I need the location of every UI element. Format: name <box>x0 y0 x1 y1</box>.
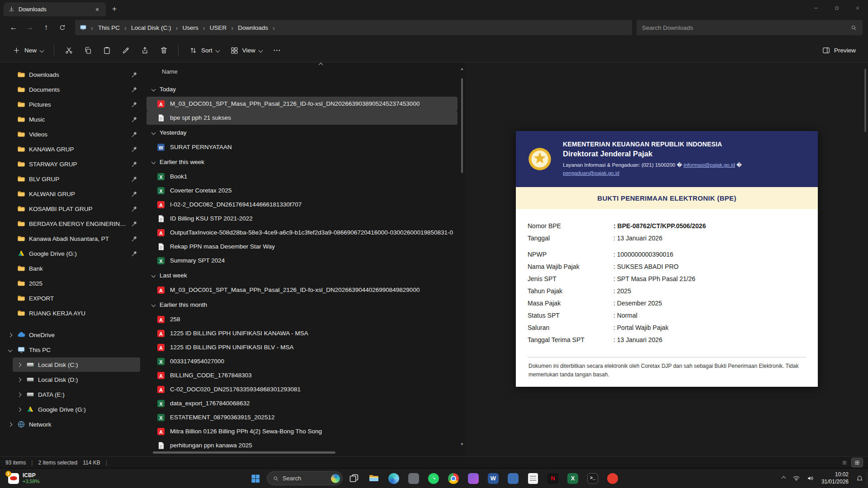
taskbar-app-whatsapp[interactable] <box>425 470 442 487</box>
chevron-right-icon[interactable] <box>17 407 21 412</box>
chevron-right-icon[interactable] <box>17 392 21 397</box>
sidebar-item-music[interactable]: Music <box>4 112 140 127</box>
scrollbar-thumb[interactable] <box>864 69 866 132</box>
file-row[interactable]: Xdata_export_1767840068632 <box>146 396 458 410</box>
chevron-right-icon[interactable] <box>8 422 12 427</box>
preview-scrollbar[interactable] <box>863 65 868 454</box>
hidden-icons-button[interactable] <box>781 471 786 486</box>
file-row[interactable]: XBook1 <box>146 169 458 183</box>
sidebar-item-kanawa-grup[interactable]: KANAWA GRUP <box>4 142 140 156</box>
sidebar-item-videos[interactable]: Videos <box>4 127 140 141</box>
taskbar-app-file-explorer[interactable] <box>365 470 382 487</box>
sidebar-item-kalwani-grup[interactable]: KALWANI GRUP <box>4 187 140 201</box>
sidebar-item-google-drive-g[interactable]: Google Drive (G:) <box>13 402 140 417</box>
new-button[interactable]: New <box>7 42 48 59</box>
network-button[interactable] <box>792 471 801 486</box>
file-row[interactable]: WSURAT PERNYATAAN <box>146 140 458 154</box>
sidebar-item-kanawa-abadi-nusantara-pt[interactable]: Kanawa Abadi Nusantara, PT <box>4 231 140 246</box>
breadcrumb-item-users[interactable]: Users <box>179 23 202 33</box>
view-button[interactable]: View <box>225 42 267 59</box>
copy-button[interactable] <box>79 42 97 59</box>
large-icons-view-icon[interactable] <box>852 458 863 467</box>
cut-button[interactable] <box>60 42 78 59</box>
file-group-header-earlier-this-month[interactable]: Earlier this month <box>146 297 458 312</box>
file-group-header-last-week[interactable]: Last week <box>146 267 458 283</box>
preview-toggle-button[interactable]: Preview <box>817 42 861 59</box>
chevron-right-icon[interactable] <box>17 377 21 382</box>
address-bar[interactable]: › This PC›Local Disk (C:)›Users›USER›Dow… <box>75 20 632 35</box>
taskbar-app-browser-red[interactable] <box>604 470 621 487</box>
file-row[interactable]: A258 <box>146 312 458 326</box>
file-group-header-yesterday[interactable]: Yesterday <box>146 125 458 140</box>
sidebar-item-downloads[interactable]: Downloads <box>4 67 140 82</box>
search-box[interactable] <box>637 20 863 35</box>
contact-email-link[interactable]: pengaduan@pajak.go.id <box>563 170 619 176</box>
taskbar-app-mail[interactable] <box>505 470 522 487</box>
chevron-down-icon[interactable] <box>8 347 12 352</box>
start-button[interactable] <box>247 470 264 487</box>
widgets-button[interactable]: 1 ICBP +3,58% <box>5 470 43 487</box>
close-button[interactable] <box>847 0 868 16</box>
file-row[interactable]: XCoverter Coretax 2025 <box>146 183 458 197</box>
breadcrumb-item-local-disk-c[interactable]: Local Disk (C:) <box>127 23 175 33</box>
sidebar-item-this-pc[interactable]: This PC <box>4 343 140 357</box>
sidebar-item-export[interactable]: EXPORT <box>4 291 140 305</box>
file-row[interactable]: AM_03_DOC001_SPT_Masa_PPh_Pasal_2126_ID-… <box>146 97 458 111</box>
forward-button[interactable]: → <box>22 20 38 35</box>
explorer-tab[interactable]: Downloads × <box>4 2 106 16</box>
scroll-down-icon[interactable]: ▼ <box>460 442 464 446</box>
search-input[interactable] <box>642 24 850 31</box>
paste-button[interactable] <box>98 42 116 59</box>
share-button[interactable] <box>136 42 154 59</box>
sidebar-item-ruang-kerja-ayu[interactable]: RUANG KERJA AYU <box>4 306 140 320</box>
sidebar-item-documents[interactable]: Documents <box>4 82 140 97</box>
taskbar-app-photos[interactable] <box>465 470 482 487</box>
more-options-button[interactable] <box>268 42 286 59</box>
file-row[interactable]: AC-02_DOC020_DN25176335934868301293081 <box>146 382 458 396</box>
sidebar-item-onedrive[interactable]: OneDrive <box>4 328 140 342</box>
taskbar-search[interactable]: Search <box>267 471 343 485</box>
rename-button[interactable] <box>117 42 135 59</box>
file-row[interactable]: perhitungan ppn kanawa 2025 <box>146 438 458 449</box>
contact-email-link[interactable]: informasi@pajak.go.id <box>684 162 735 168</box>
breadcrumb-item-downloads[interactable]: Downloads <box>234 23 272 33</box>
file-row[interactable]: AOutputTaxInvoice-508d28ba-58e3-4ce9-a6c… <box>146 225 458 239</box>
clock[interactable]: 10:02 31/01/2026 <box>821 471 849 486</box>
sidebar-item-berdaya-energy-enginering-bee-grup[interactable]: BERDAYA ENERGY ENGINERING (BEE) GRUP <box>4 216 140 231</box>
file-group-header-earlier-this-week[interactable]: Earlier this week <box>146 154 458 169</box>
taskbar-app-word[interactable]: W <box>485 470 502 487</box>
scrollbar-thumb[interactable] <box>461 78 463 173</box>
scroll-up-icon[interactable]: ▲ <box>460 67 464 71</box>
minimize-button[interactable] <box>806 0 826 16</box>
maximize-button[interactable] <box>826 0 847 16</box>
sidebar-item-google-drive-g[interactable]: Google Drive (G:) <box>4 246 140 261</box>
file-row[interactable]: XESTATEMENT_08790363915_202512 <box>146 410 458 424</box>
sidebar-item-kosambi-plat-grup[interactable]: KOSAMBI PLAT GRUP <box>4 202 140 216</box>
sort-button[interactable]: Sort <box>184 42 224 59</box>
breadcrumb-item-this-pc[interactable]: This PC <box>94 23 123 33</box>
chevron-right-icon[interactable] <box>8 333 12 337</box>
taskbar-app-excel[interactable]: X <box>564 470 581 487</box>
file-row[interactable]: AI-02-2_DOC062_DN2617694144666181330f707 <box>146 197 458 211</box>
bpe-document-preview[interactable]: KEMENTERIAN KEUANGAN REPUBLIK INDONESIA … <box>516 131 818 387</box>
file-row[interactable]: A1225 ID BILLING PPN UNIFIKASI BLV - MSA <box>146 340 458 354</box>
new-tab-button[interactable]: + <box>108 3 120 15</box>
refresh-button[interactable] <box>54 20 71 35</box>
file-row[interactable]: A1225 ID BILLING PPH UNIFIKASI KANAWA - … <box>146 326 458 340</box>
tab-close-icon[interactable]: × <box>93 5 101 14</box>
details-view-icon[interactable] <box>839 458 850 467</box>
taskbar-app-edge[interactable] <box>385 470 402 487</box>
sidebar-item-2025[interactable]: 2025 <box>4 276 140 291</box>
column-header-name[interactable]: Name <box>144 66 466 78</box>
file-row[interactable]: XSummary SPT 2024 <box>146 253 458 267</box>
taskbar-app-settings[interactable] <box>405 470 422 487</box>
vertical-scrollbar[interactable]: ▲ ▼ <box>459 67 465 446</box>
file-row[interactable]: Rekap PPN masa Desember Star Way <box>146 239 458 253</box>
sidebar-item-local-disk-c[interactable]: Local Disk (C:) <box>13 357 140 372</box>
file-row[interactable]: ID Billing KSU STP 2021-2022 <box>146 211 458 225</box>
delete-button[interactable] <box>155 42 173 59</box>
file-row[interactable]: AM_03_DOC001_SPT_Masa_PPh_Pasal_2126_ID-… <box>146 283 458 297</box>
back-button[interactable]: ← <box>5 20 22 35</box>
taskbar-app-notepad[interactable] <box>524 470 542 487</box>
file-row[interactable]: bpe spt pph 21 sukses <box>146 111 458 125</box>
